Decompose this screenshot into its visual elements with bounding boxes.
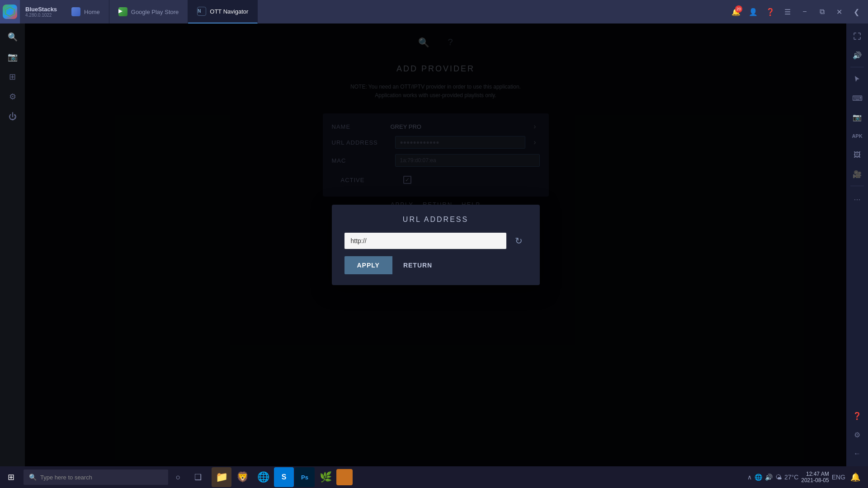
url-dialog-title: URL ADDRESS: [344, 216, 527, 224]
menu-button[interactable]: ☰: [779, 4, 796, 20]
title-bar-left: BlueStacks 4.280.0.1022 Home ▶ Google Pl…: [0, 0, 258, 23]
dialog-overlay: URL ADDRESS ↻ APPLY RETURN: [25, 23, 846, 466]
speaker-icon[interactable]: 🔊: [765, 474, 773, 481]
right-btn-help[interactable]: ❓: [848, 407, 866, 425]
temperature: 27°C: [784, 474, 798, 481]
dialog-return-button[interactable]: RETURN: [392, 256, 443, 274]
right-btn-screenshot[interactable]: 📷: [848, 108, 866, 126]
windows-taskbar: ⊞ 🔍 Type here to search ○ ❑ 📁 🦁 🌐 S Ps 🌿: [0, 466, 868, 488]
ott-background: 🔍 ? ADD PROVIDER NOTE: You need an OTT/I…: [25, 23, 846, 466]
app-version: 4.280.0.1022: [25, 13, 57, 18]
start-button[interactable]: ⊞: [0, 466, 22, 488]
play-tab-label: Google Play Store: [131, 9, 179, 15]
clock-time: 12:47 AM: [801, 471, 829, 477]
title-bar-right: 🔔 20 👤 ❓ ☰ − ⧉ ✕ ❮: [728, 0, 868, 23]
search-bar[interactable]: 🔍 Type here to search: [24, 469, 168, 485]
tab-ott-navigator[interactable]: N OTT Navigator: [188, 0, 258, 23]
notification-tray-button[interactable]: 🔔: [848, 466, 863, 488]
search-placeholder: Type here to search: [40, 474, 92, 481]
taskbar-app-file-explorer[interactable]: 📁: [212, 467, 231, 487]
title-bar: BlueStacks 4.280.0.1022 Home ▶ Google Pl…: [0, 0, 868, 23]
right-btn-keyboard[interactable]: ⌨: [848, 89, 866, 107]
close-button[interactable]: ✕: [831, 4, 847, 20]
right-btn-video[interactable]: 🎥: [848, 165, 866, 183]
account-button[interactable]: 👤: [745, 4, 761, 20]
taskbar-apps: 📁 🦁 🌐 S Ps 🌿: [212, 467, 353, 487]
refresh-button[interactable]: ↻: [511, 233, 527, 249]
right-sidebar: 🔊 ⌨ 📷 APK 🖼 🎥 … ❓ ⚙ ←: [846, 23, 868, 466]
right-btn-volume[interactable]: 🔊: [848, 46, 866, 64]
notification-button[interactable]: 🔔 20: [728, 4, 744, 20]
right-separator-2: [850, 186, 864, 186]
dialog-apply-button[interactable]: APPLY: [344, 256, 392, 274]
restore-button[interactable]: ⧉: [814, 4, 830, 20]
back-arrow-button[interactable]: ❮: [848, 4, 864, 20]
cortana-button[interactable]: ○: [168, 466, 188, 488]
ott-tab-icon: N: [197, 7, 206, 16]
taskbar-app-photoshop[interactable]: Ps: [295, 467, 315, 487]
tab-home[interactable]: Home: [62, 0, 109, 23]
weather-icon[interactable]: 🌤: [775, 474, 782, 481]
taskbar-app-s[interactable]: S: [274, 467, 294, 487]
url-dialog: URL ADDRESS ↻ APPLY RETURN: [332, 205, 540, 285]
right-btn-back[interactable]: ←: [848, 445, 866, 463]
task-view-button[interactable]: ❑: [188, 466, 208, 488]
right-separator-1: [850, 67, 864, 67]
tab-google-play[interactable]: ▶ Google Play Store: [109, 0, 189, 23]
svg-marker-1: [7, 9, 13, 15]
home-tab-icon: [71, 7, 80, 16]
sidebar-icon-screenshots[interactable]: 📷: [4, 48, 22, 66]
sidebar-icon-settings[interactable]: ⚙: [4, 88, 22, 106]
right-btn-fullscreen[interactable]: [848, 27, 866, 45]
help-button[interactable]: ❓: [762, 4, 778, 20]
right-btn-more[interactable]: …: [848, 189, 866, 207]
sidebar-icon-apps[interactable]: ⊞: [4, 68, 22, 86]
sidebar-icon-power[interactable]: ⏻: [4, 108, 22, 126]
taskbar-app-green[interactable]: 🌿: [316, 467, 335, 487]
bluestacks-logo: [0, 0, 20, 23]
home-tab-label: Home: [84, 9, 100, 15]
right-btn-screenshot2[interactable]: 🖼: [848, 146, 866, 164]
minimize-button[interactable]: −: [797, 4, 813, 20]
search-icon: 🔍: [29, 474, 37, 481]
right-btn-cursor[interactable]: [848, 70, 866, 88]
taskbar-app-orange[interactable]: [336, 469, 353, 485]
notification-badge: 20: [735, 5, 742, 13]
app-name: BlueStacks: [25, 6, 57, 13]
bluestacks-logo-icon: [3, 5, 17, 19]
dialog-actions: APPLY RETURN: [344, 256, 527, 274]
main-content: 🔍 ? ADD PROVIDER NOTE: You need an OTT/I…: [25, 23, 846, 466]
right-btn-settings[interactable]: ⚙: [848, 426, 866, 444]
tray-up-arrow[interactable]: ∧: [747, 474, 752, 481]
language-indicator: ENG: [832, 474, 845, 481]
sidebar-icon-search[interactable]: 🔍: [4, 28, 22, 46]
url-address-input[interactable]: [344, 233, 506, 249]
taskbar-system-tray: ∧ 🌐 🔊 🌤 27°C 12:47 AM 2021-08-05 ENG 🔔: [747, 466, 868, 488]
network-icon[interactable]: 🌐: [755, 474, 762, 481]
play-tab-icon: ▶: [118, 7, 127, 16]
left-sidebar: 🔍 📷 ⊞ ⚙ ⏻: [0, 23, 25, 466]
bluestacks-info: BlueStacks 4.280.0.1022: [20, 4, 62, 19]
taskbar-app-chrome[interactable]: 🌐: [253, 467, 273, 487]
clock-date: 2021-08-05: [801, 477, 829, 483]
url-input-row: ↻: [344, 233, 527, 249]
right-btn-download-apk[interactable]: APK: [848, 127, 866, 145]
ott-tab-label: OTT Navigator: [210, 8, 248, 15]
taskbar-app-brave[interactable]: 🦁: [232, 467, 252, 487]
clock[interactable]: 12:47 AM 2021-08-05: [801, 471, 829, 483]
